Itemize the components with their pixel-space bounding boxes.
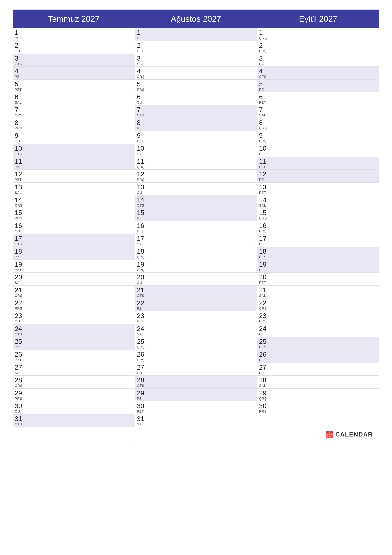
month-col-0: 20SAL [13,273,135,285]
day-number-block: 7CTS [135,105,149,118]
day-name: CTS [15,423,22,426]
day-row: 8ÇRŞ [257,118,379,131]
calendar-row-7: 7ÇRŞ7CTS7SAL [13,105,379,118]
day-number-block: 17CU [257,234,271,247]
footer-logo: 7 CALENDAR [325,431,373,439]
calendar-row-29: 29PRŞ29PZ29ÇRŞ [13,388,379,401]
calendar-row-4: 4PZ4ÇRŞ4CTS [13,67,379,80]
day-number: 24 [15,325,22,332]
day-row: 2PZT [135,41,257,54]
day-number: 25 [259,338,266,345]
day-row: 2PRŞ [257,41,379,54]
day-name: PZT [137,139,144,143]
month-col-0: 27SAL [13,363,135,376]
day-number-block: 2PZT [135,41,149,53]
calendar-row-31: 31CTS31SAL [13,414,379,427]
day-name: PZT [259,371,266,375]
day-row: 9PZT [135,131,257,144]
day-number: 19 [137,261,144,268]
calendar-icon: 7 [325,431,334,439]
month-col-2: 7SAL [257,105,379,118]
day-name: CU [15,139,20,143]
day-row: 14SAL [257,195,379,208]
month-col-0: 1PRŞ [13,28,135,41]
day-content [27,28,135,41]
day-content [271,144,379,156]
month-col-0: 21ÇRŞ [13,285,135,298]
day-name: SAL [15,281,22,285]
month-col-2: 15ÇRŞ [257,208,379,221]
svg-rect-9 [329,436,330,437]
day-number: 26 [137,351,144,358]
day-number: 5 [15,80,18,88]
month-col-0: 17CTS [13,234,135,247]
month-col-1: 16PZT [135,221,257,234]
month-col-0: 16CU [13,221,135,234]
month-col-1: 2PZT [135,41,257,54]
calendar-row-12: 12PZT12PRŞ12PZ [13,170,379,183]
month-col-2: 14SAL [257,195,379,208]
day-number: 2 [137,42,141,49]
month-col-1: 18ÇRŞ [135,247,257,260]
day-name: ÇRŞ [137,165,145,169]
day-number: 6 [137,93,141,101]
day-name: PRŞ [15,216,22,220]
day-row: 15PRŞ [13,208,135,221]
calendar-row-1: 1PRŞ1PZ1ÇRŞ [13,28,379,41]
footer-col-1 [13,427,135,442]
calendar-row-16: 16CU16PZT16PRŞ [13,221,379,234]
day-number: 3 [259,55,263,62]
day-name: SAL [15,101,22,104]
month-col-0: 12PZT [13,170,135,183]
day-number-block: 9PZT [135,131,149,144]
day-number-block: 30CU [13,401,27,414]
day-number-block: 9CU [13,131,27,144]
day-number: 5 [259,80,263,88]
day-content [27,118,135,131]
svg-rect-8 [327,436,328,437]
day-number: 12 [137,171,144,178]
day-row: 15ÇRŞ [257,208,379,221]
calendar-row-15: 15PRŞ15PZ15ÇRŞ [13,208,379,221]
day-number-block: 11PZ [13,157,27,169]
day-content [27,105,135,118]
month-col-2 [257,414,379,427]
day-row: 16CU [13,221,135,234]
calendar-row-2: 2CU2PZT2PRŞ [13,41,379,54]
month-col-0: 11PZ [13,157,135,170]
day-number: 18 [15,248,22,255]
month-col-0: 31CTS [13,414,135,427]
day-number-block: 17CTS [13,234,27,247]
day-number-block: 29PZ [135,388,149,401]
month-col-2: 4CTS [257,67,379,80]
day-number: 22 [15,299,22,307]
day-row: 22ÇRŞ [257,298,379,311]
day-content [149,80,257,92]
day-number: 12 [259,171,266,178]
day-content [149,285,257,298]
day-row: 30PRŞ [257,401,379,414]
month-col-1: 12PRŞ [135,170,257,183]
day-content [271,157,379,169]
day-row: 6CU [135,92,257,105]
day-content [271,285,379,298]
month-header-eylul: Eylül 2027 [257,10,379,28]
day-number-block: 21ÇRŞ [13,285,27,298]
day-content [27,144,135,156]
day-name: PZT [15,358,22,362]
day-row: 2CU [13,41,135,54]
day-row: 24CTS [13,324,135,337]
day-number: 2 [259,42,263,49]
month-col-2: 19PZ [257,260,379,273]
day-row: 3CU [257,54,379,67]
day-content [271,170,379,182]
month-col-1: 21CTS [135,285,257,298]
day-number: 14 [259,196,266,204]
day-row: 12PRŞ [135,170,257,183]
day-row: 7CTS [135,105,257,118]
day-row: 29PRŞ [13,388,135,401]
day-content [271,54,379,66]
day-content [149,183,257,195]
day-content [149,195,257,208]
day-number: 27 [15,364,22,371]
